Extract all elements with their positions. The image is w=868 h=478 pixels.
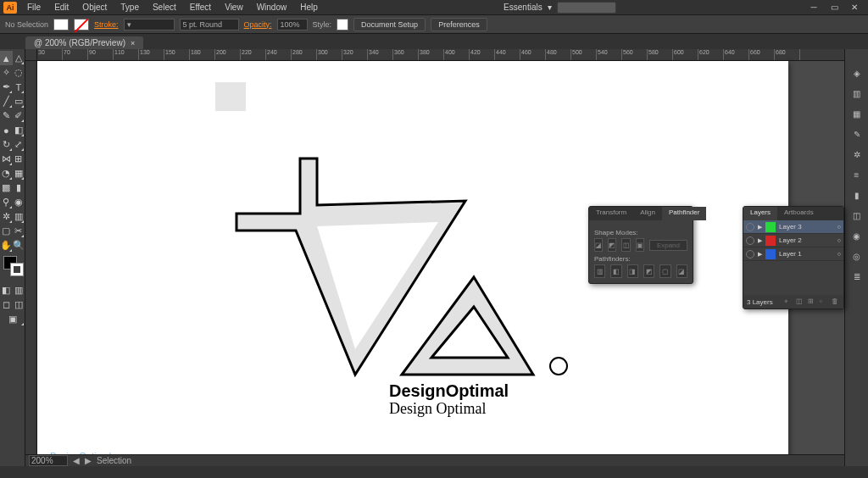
merge-button[interactable]: ◨: [627, 264, 638, 278]
fill-stroke-selector[interactable]: [2, 256, 23, 280]
width-tool[interactable]: ⋈: [0, 152, 13, 166]
stroke-label[interactable]: Stroke:: [94, 20, 119, 29]
tab-transform[interactable]: Transform: [589, 207, 633, 220]
blob-brush-tool[interactable]: ●: [0, 123, 13, 137]
lasso-tool[interactable]: ◌: [13, 65, 25, 80]
tab-layers[interactable]: Layers: [743, 207, 777, 220]
color-guide-icon[interactable]: ▥: [850, 86, 864, 100]
stroke-profile-input[interactable]: 5 pt. Round: [180, 19, 239, 31]
line-tool[interactable]: ╱: [0, 94, 13, 108]
brush-tool[interactable]: ✎: [0, 108, 13, 123]
menu-window[interactable]: Window: [250, 1, 294, 14]
nav-prev-icon[interactable]: ◀: [73, 456, 80, 465]
pencil-tool[interactable]: ✐: [13, 108, 25, 123]
menu-select[interactable]: Select: [146, 1, 183, 14]
transparency-icon[interactable]: ◫: [850, 208, 864, 222]
zoom-level-input[interactable]: 200%: [29, 455, 68, 466]
menu-file[interactable]: File: [20, 1, 47, 14]
ruler-origin[interactable]: [25, 49, 37, 61]
style-swatch[interactable]: [337, 19, 348, 31]
type-tool[interactable]: T: [13, 80, 25, 94]
scale-tool[interactable]: ⤢: [13, 137, 25, 152]
screen-mode-icon[interactable]: ▣: [0, 312, 25, 326]
menu-help[interactable]: Help: [293, 1, 325, 14]
layer-name[interactable]: Layer 2: [779, 236, 802, 244]
gradient-mode-icon[interactable]: ▥: [13, 283, 25, 297]
menu-object[interactable]: Object: [75, 1, 114, 14]
direct-selection-tool[interactable]: △: [13, 51, 25, 65]
pen-tool[interactable]: ✒: [0, 80, 13, 94]
trim-button[interactable]: ◧: [610, 264, 621, 278]
target-icon[interactable]: ○: [837, 251, 841, 257]
stroke-color-icon[interactable]: [10, 263, 24, 276]
layer-row[interactable]: ▶ Layer 1 ○: [743, 247, 843, 261]
rectangle-tool[interactable]: ▭: [13, 94, 25, 108]
layers-panel[interactable]: Layers Artboards ▶ Layer 3 ○ ▶ Layer 2 ○…: [743, 206, 844, 309]
eyedropper-tool[interactable]: ⚲: [0, 195, 13, 209]
locate-object-icon[interactable]: ⌖: [784, 297, 793, 306]
unite-button[interactable]: ◪: [594, 238, 603, 252]
intersect-button[interactable]: ◫: [621, 238, 630, 252]
symbols-icon[interactable]: ✲: [850, 147, 864, 161]
menu-view[interactable]: View: [218, 1, 250, 14]
pathfinder-panel[interactable]: Transform Align Pathfinder Shape Modes: …: [588, 206, 693, 284]
stroke-none-swatch[interactable]: [74, 19, 89, 31]
opacity-label[interactable]: Opacity:: [244, 20, 272, 29]
graphic-styles-icon[interactable]: ◎: [850, 249, 864, 263]
expand-triangle-icon[interactable]: ▶: [758, 224, 762, 231]
workspace-switcher[interactable]: Essentials: [504, 3, 542, 12]
layer-name[interactable]: Layer 1: [779, 250, 802, 258]
close-document-icon[interactable]: ×: [131, 39, 135, 47]
maximize-button[interactable]: ▭: [824, 2, 844, 14]
artboard-tool[interactable]: ▢: [0, 224, 13, 238]
mesh-tool[interactable]: ▩: [0, 181, 13, 195]
perspective-tool[interactable]: ▦: [13, 166, 25, 181]
document-setup-button[interactable]: Document Setup: [353, 18, 426, 31]
minus-front-button[interactable]: ◩: [608, 238, 616, 252]
search-input[interactable]: [557, 2, 616, 14]
fill-swatch[interactable]: [53, 19, 69, 31]
expand-triangle-icon[interactable]: ▶: [758, 251, 762, 258]
make-clipping-mask-icon[interactable]: ◫: [796, 297, 804, 306]
horizontal-ruler[interactable]: 3070901101301501802002202402803003203403…: [37, 49, 844, 61]
draw-normal-icon[interactable]: ◻: [0, 297, 13, 312]
nav-next-icon[interactable]: ▶: [85, 456, 92, 465]
minus-back-button[interactable]: ◪: [676, 264, 687, 278]
stroke-weight-input[interactable]: ▾: [124, 19, 175, 31]
rotate-tool[interactable]: ↻: [0, 137, 13, 152]
divide-button[interactable]: ▥: [594, 264, 605, 278]
symbol-sprayer-tool[interactable]: ✲: [0, 209, 13, 224]
opacity-input[interactable]: 100%: [277, 19, 308, 31]
target-icon[interactable]: ○: [837, 224, 841, 230]
crop-button[interactable]: ◩: [643, 264, 654, 278]
target-icon[interactable]: ○: [837, 237, 841, 243]
menu-effect[interactable]: Effect: [183, 1, 218, 14]
canvas-area[interactable]: 3070901101301501802002202402803003203403…: [25, 49, 844, 466]
expand-triangle-icon[interactable]: ▶: [758, 237, 762, 244]
preferences-button[interactable]: Preferences: [431, 18, 487, 31]
menu-edit[interactable]: Edit: [47, 1, 75, 14]
expand-button[interactable]: Expand: [649, 240, 687, 251]
selection-tool[interactable]: ▲: [0, 51, 13, 65]
free-transform-tool[interactable]: ⊞: [13, 152, 25, 166]
visibility-icon[interactable]: [746, 236, 754, 245]
color-mode-icon[interactable]: ◧: [0, 283, 13, 297]
appearance-icon[interactable]: ◉: [850, 229, 864, 242]
swatches-icon[interactable]: ▦: [850, 107, 864, 120]
vertical-ruler[interactable]: [25, 61, 37, 466]
color-panel-icon[interactable]: ◈: [850, 66, 864, 80]
draw-behind-icon[interactable]: ◫: [13, 297, 25, 312]
exclude-button[interactable]: ▣: [636, 238, 644, 252]
shape-builder-tool[interactable]: ◔: [0, 166, 13, 181]
slice-tool[interactable]: ✂: [13, 224, 25, 238]
tab-align[interactable]: Align: [633, 207, 662, 220]
brushes-icon[interactable]: ✎: [850, 127, 864, 141]
new-sublayer-icon[interactable]: ⊞: [808, 297, 816, 306]
layers-panel-icon[interactable]: ≣: [850, 270, 864, 283]
blend-tool[interactable]: ◉: [13, 195, 25, 209]
new-layer-icon[interactable]: ▫: [820, 297, 828, 306]
document-tab[interactable]: @ 200% (RGB/Preview) ×: [25, 36, 143, 49]
layer-name[interactable]: Layer 3: [779, 223, 802, 231]
close-button[interactable]: ✕: [844, 2, 865, 14]
layer-row[interactable]: ▶ Layer 2 ○: [743, 234, 843, 247]
